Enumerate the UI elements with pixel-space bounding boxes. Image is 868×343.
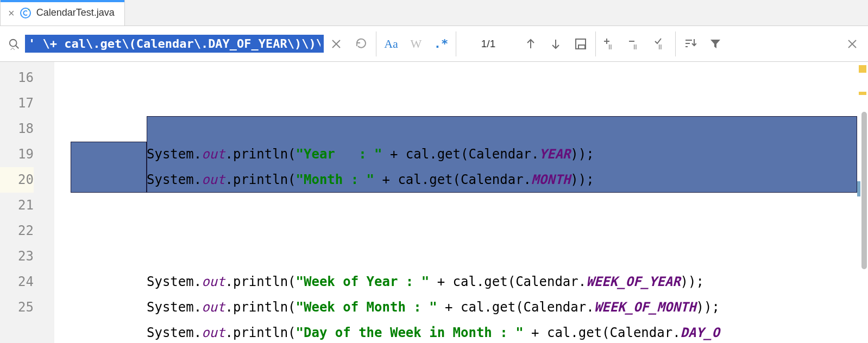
code-line[interactable]: System.out.println("Week of Month : " + … [71,295,857,320]
search-input[interactable] [25,35,324,53]
match-count: 1/1 [458,38,518,50]
next-match-icon[interactable] [543,31,568,56]
code-line[interactable]: System.out.println("Day of Week : " + ca… [71,218,857,244]
close-icon[interactable]: × [8,8,15,18]
code-line[interactable]: System.out.println("Day of Month : " + c… [71,193,857,218]
warning-indicator[interactable] [859,65,866,73]
margin-strip [65,62,71,343]
change-marker[interactable] [859,92,866,95]
line-number: 24 [0,269,34,295]
divider [595,31,596,56]
svg-rect-8 [578,45,585,49]
tab-bar: × CalendarTest.java [0,0,868,26]
fold-strip [54,62,65,343]
line-number: 25 [0,295,34,320]
find-toolbar: Aa W .* 1/1 II II II [0,26,868,62]
code-line[interactable]: System.out.println("Day of Year : " + ca… [71,244,857,269]
svg-point-1 [10,39,17,46]
line-number: 20 [0,167,34,193]
words-toggle[interactable]: W [404,31,429,56]
code-line[interactable]: System.out.println("Month : " + cal.get(… [71,167,857,193]
select-all-occurrences-icon[interactable] [568,31,593,56]
java-class-icon [20,8,31,18]
line-number: 23 [0,244,34,269]
code-line[interactable]: System.out.println("Week of Year : " + c… [71,269,857,295]
close-search-icon[interactable] [840,31,865,56]
line-number: 17 [0,91,34,116]
code-area[interactable]: System.out.println("Year : " + cal.get(C… [71,62,857,343]
code-line[interactable]: System.out.println("Year : " + cal.get(C… [71,142,857,167]
add-selection-icon[interactable]: II [598,31,623,56]
line-number-gutter: 16171819202122232425 [0,62,54,343]
error-stripe[interactable] [857,62,868,343]
divider [376,31,376,56]
scrollbar-thumb[interactable] [861,112,867,269]
regex-toggle[interactable]: .* [429,31,454,56]
remove-selection-icon[interactable]: II [623,31,648,56]
line-number: 16 [0,65,34,91]
search-history-icon[interactable] [349,31,374,56]
clear-search-icon[interactable] [324,31,349,56]
tab-label: CalendarTest.java [36,7,115,18]
show-filter-icon[interactable] [678,31,703,56]
editor-tab[interactable]: × CalendarTest.java [0,0,125,26]
line-number: 19 [0,142,34,167]
code-editor[interactable]: 16171819202122232425 System.out.println(… [0,62,868,343]
svg-line-2 [16,45,19,48]
match-case-toggle[interactable]: Aa [379,31,404,56]
caret-marker [857,181,860,196]
svg-text:II: II [633,43,637,50]
prev-match-icon[interactable] [518,31,543,56]
svg-text:II: II [658,43,662,50]
search-icon[interactable] [3,38,25,50]
line-number: 22 [0,218,34,244]
select-all-icon[interactable]: II [648,31,673,56]
svg-text:II: II [608,43,612,50]
line-number: 18 [0,116,34,142]
divider [675,31,676,56]
divider [456,31,456,56]
filter-icon[interactable] [703,31,728,56]
code-line[interactable]: System.out.println("Day of the Week in M… [71,320,857,343]
line-number: 21 [0,193,34,218]
